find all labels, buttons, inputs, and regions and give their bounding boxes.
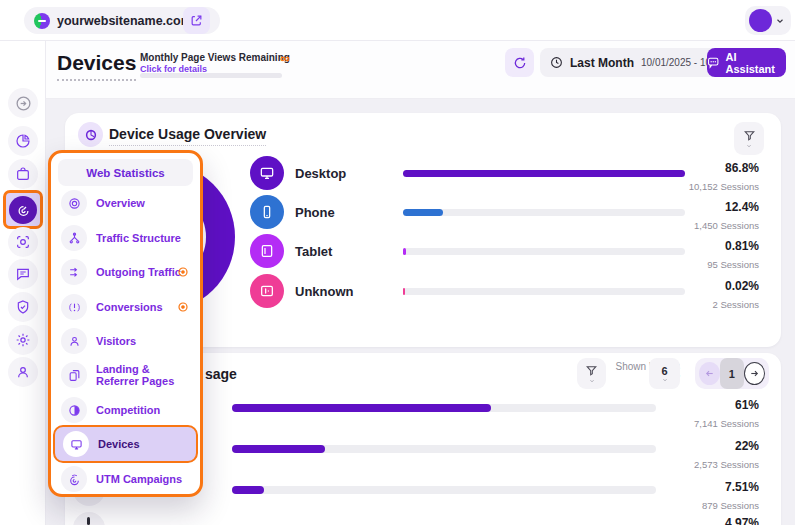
browser-pct: 61% <box>735 398 759 412</box>
overview-icon <box>61 190 87 216</box>
phone-pct: 12.4% <box>725 200 759 214</box>
menu-item-landing-referrer-pages[interactable]: Landing & Referrer Pages <box>56 359 195 391</box>
sidebar-item-tracking[interactable] <box>8 227 38 257</box>
sidebar-item-security[interactable] <box>8 292 38 322</box>
top-bar: yourwebsitename.com <box>0 0 795 41</box>
chat-icon <box>15 266 31 282</box>
device-label: Unknown <box>295 284 354 299</box>
ai-assistant-label: AI Assistant <box>725 51 786 75</box>
device-label: Desktop <box>295 166 346 181</box>
tablet-bar <box>403 248 406 255</box>
sidebar-item-analytics[interactable] <box>8 126 38 156</box>
device-usage-filter-button[interactable] <box>734 122 764 155</box>
website-favicon <box>34 13 50 29</box>
monthly-views-progressbar <box>140 73 282 78</box>
chevron-down-icon <box>745 143 753 149</box>
external-link-icon <box>190 14 203 27</box>
phone-icon <box>250 195 284 229</box>
user-menu[interactable] <box>745 6 791 35</box>
menu-item-utm-campaigns[interactable]: UTM Campaigns <box>56 463 195 495</box>
phone-sessions: 1,450 Sessions <box>694 220 759 231</box>
browser-bar <box>232 445 325 453</box>
pie-chart-icon <box>15 133 31 149</box>
current-page[interactable]: 1 <box>720 358 744 389</box>
unknown-pct: 0.02% <box>725 279 759 293</box>
browser-pct: 7.51% <box>725 480 759 494</box>
page-size-value: 6 <box>661 365 667 377</box>
bag-icon <box>15 166 31 182</box>
traffic-structure-icon <box>61 225 87 251</box>
browser-pct: 22% <box>735 439 759 453</box>
sidebar-expand-button[interactable] <box>8 88 38 118</box>
web-statistics-icon <box>9 196 37 224</box>
desktop-bar <box>403 170 685 177</box>
website-name: yourwebsitename.com <box>57 14 192 28</box>
tablet-sessions: 95 Sessions <box>707 259 759 270</box>
menu-item-outgoing-traffic[interactable]: Outgoing Traffic <box>56 256 195 288</box>
desktop-pct: 86.8% <box>725 161 759 175</box>
tracked-badge-icon <box>177 301 189 313</box>
browser-sessions: 879 Sessions <box>702 500 759 511</box>
menu-item-visitors[interactable]: Visitors <box>56 325 195 357</box>
device-label: Phone <box>295 205 335 220</box>
browser-sessions: 2,573 Sessions <box>694 459 759 470</box>
browser-row: 4.97% <box>65 512 781 525</box>
arrow-right-icon <box>749 368 760 379</box>
device-usage-icon <box>78 122 103 147</box>
prev-page-button[interactable] <box>699 362 720 385</box>
device-usage-title: Device Usage Overview <box>109 126 266 146</box>
menu-header: Web Statistics <box>58 159 193 186</box>
shield-check-icon <box>15 299 31 315</box>
clock-icon <box>550 56 563 69</box>
sidebar-item-chat[interactable] <box>8 259 38 289</box>
device-label: Tablet <box>295 244 332 259</box>
chevron-down-icon <box>775 16 785 26</box>
infinity-badge: ∞ <box>280 50 290 66</box>
refresh-icon <box>513 56 527 70</box>
pagination: 1 <box>695 358 769 389</box>
menu-item-traffic-structure[interactable]: Traffic Structure <box>56 222 195 254</box>
menu-item-competition[interactable]: Competition <box>56 394 195 426</box>
pages-icon <box>61 362 87 388</box>
unknown-sessions: 2 Sessions <box>713 299 759 310</box>
devices-icon <box>63 431 89 457</box>
phone-bar <box>403 209 443 216</box>
date-range-label: Last Month <box>570 56 634 70</box>
browser-icon <box>73 512 105 525</box>
scan-target-icon <box>15 234 31 250</box>
card-title-partial: sage <box>205 366 237 385</box>
utm-campaigns-icon <box>61 466 87 492</box>
browser-bar <box>232 486 264 494</box>
desktop-icon <box>250 156 284 190</box>
browser-bar <box>232 404 491 412</box>
tablet-icon <box>250 234 284 268</box>
sidebar-item-account[interactable] <box>8 357 38 387</box>
arrow-left-icon <box>704 368 715 379</box>
menu-item-conversions[interactable]: Conversions <box>56 291 195 323</box>
chevron-down-icon <box>661 377 669 383</box>
page-size-select[interactable]: 6 <box>649 358 680 389</box>
menu-item-overview[interactable]: Overview <box>56 187 195 219</box>
sidebar-item-products[interactable] <box>8 159 38 189</box>
page-header: Devices Monthly Page Views Remaining Cli… <box>46 41 795 99</box>
monthly-views-label: Monthly Page Views Remaining <box>140 52 290 63</box>
funnel-icon <box>743 129 756 142</box>
open-website-button[interactable] <box>183 7 210 34</box>
web-statistics-menu: Web Statistics Overview Traffic Structur… <box>48 150 203 497</box>
ai-assistant-button[interactable]: AI Assistant <box>707 48 786 77</box>
browser-pct: 4.97% <box>725 516 759 525</box>
avatar <box>749 9 772 32</box>
visitors-icon <box>61 328 87 354</box>
person-pin-icon <box>15 364 31 380</box>
sidebar-item-settings[interactable] <box>8 325 38 355</box>
next-page-button[interactable] <box>744 362 765 385</box>
menu-item-devices-active[interactable]: Devices <box>53 425 198 463</box>
gear-icon <box>15 332 31 348</box>
sidebar-item-web-statistics-active[interactable] <box>3 190 43 229</box>
conversions-icon <box>61 294 87 320</box>
tablet-pct: 0.81% <box>725 239 759 253</box>
desktop-sessions: 10,152 Sessions <box>689 181 759 192</box>
page-title: Devices <box>57 51 136 81</box>
refresh-button[interactable] <box>505 48 534 77</box>
browser-sessions: 7,141 Sessions <box>694 418 759 429</box>
